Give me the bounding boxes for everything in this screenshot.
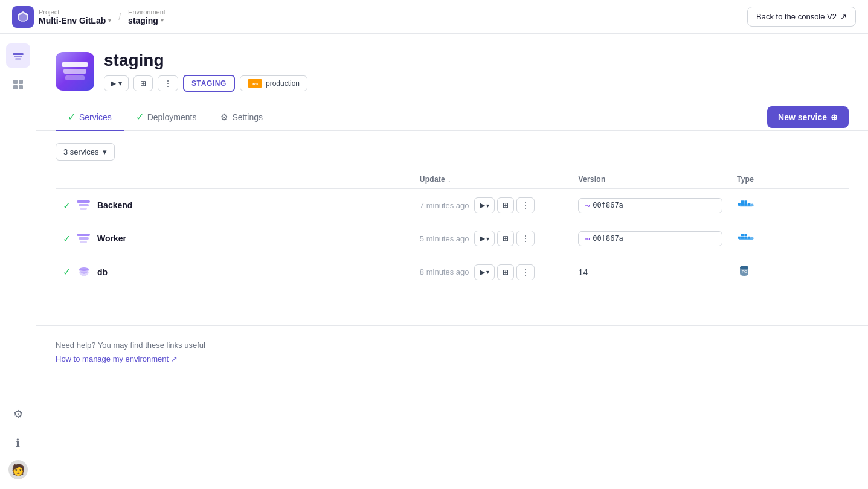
play-button[interactable]: ▶ ▾ [104, 75, 129, 91]
action-group: ▶ ▾ ⊞ ⋮ [474, 231, 535, 246]
deploy-action-button[interactable]: ⊞ [497, 231, 514, 246]
deploy-icon: ⊞ [140, 79, 146, 88]
service-status-icon: ✓ [63, 200, 71, 211]
nav-project: Project Multi-Env GitLab ▾ [39, 8, 111, 25]
ellipsis-icon: ⋮ [522, 234, 529, 243]
run-icon: ▶ [480, 234, 485, 243]
service-name: Worker [97, 234, 126, 243]
env-badges: ▶ ▾ ⊞ ⋮ STAGING aws production [104, 75, 307, 92]
sidebar-icon-grid[interactable] [6, 72, 30, 97]
update-time: 5 minutes ago [420, 234, 469, 243]
more-action-button[interactable]: ⋮ [516, 231, 535, 246]
tab-settings-label: Settings [232, 112, 263, 122]
run-icon: ▶ [480, 268, 485, 276]
sidebar-info-icon[interactable]: ℹ [6, 431, 30, 455]
manage-env-label: How to manage my environment [56, 354, 169, 363]
run-button[interactable]: ▶ ▾ [474, 231, 495, 246]
ellipsis-icon: ⋮ [522, 268, 529, 276]
tab-deployments-label: Deployments [147, 112, 197, 122]
back-button-label: Back to the console V2 [756, 12, 837, 21]
env-chevron-icon[interactable]: ▾ [161, 17, 164, 24]
update-time: 7 minutes ago [420, 201, 469, 210]
tab-services[interactable]: ✓ Services [56, 104, 124, 131]
version-value: 00f867a [593, 201, 623, 209]
version-number: 14 [578, 267, 588, 277]
manage-env-link[interactable]: How to manage my environment ↗ [56, 354, 849, 363]
services-table: Update ↓ Version Type ✓ [56, 170, 849, 289]
more-options-button[interactable]: ⋮ [158, 75, 178, 91]
nav-separator: / [118, 12, 121, 22]
table-row: ✓ Worker 5 minutes ago ▶ ▾ ⊞ [56, 222, 849, 255]
run-button[interactable]: ▶ ▾ [474, 264, 495, 280]
svg-rect-2 [13, 53, 24, 55]
svg-rect-12 [741, 200, 744, 203]
svg-rect-7 [13, 85, 18, 89]
col-type: Type [730, 170, 849, 189]
svg-rect-18 [741, 234, 744, 236]
run-chevron-icon: ▾ [486, 235, 489, 242]
sidebar-icon-layers[interactable] [6, 43, 30, 68]
svg-rect-5 [13, 80, 18, 84]
tab-settings[interactable]: ⚙ Settings [208, 104, 275, 131]
service-name: db [97, 267, 108, 277]
tab-services-label: Services [79, 112, 112, 122]
tab-deployments[interactable]: ✓ Deployments [124, 104, 209, 131]
svg-rect-6 [19, 80, 23, 84]
sidebar: ⚙ ℹ 🧑 [0, 34, 36, 489]
service-status-icon: ✓ [63, 266, 71, 278]
env-label: Environment [128, 8, 166, 16]
run-button[interactable]: ▶ ▾ [474, 197, 495, 213]
top-nav-left: Project Multi-Env GitLab ▾ / Environment… [12, 6, 166, 28]
ellipsis-icon: ⋮ [164, 79, 172, 88]
top-nav: Project Multi-Env GitLab ▾ / Environment… [0, 0, 868, 34]
deploy-action-button[interactable]: ⊞ [497, 264, 514, 280]
services-filter-row: 3 services ▾ [56, 143, 849, 161]
deploy-icon: ⊞ [503, 268, 509, 276]
staging-badge: STAGING [183, 75, 235, 92]
filter-chevron-icon: ▾ [103, 147, 107, 156]
layers-icon [77, 199, 91, 211]
deploy-icon: ⊞ [503, 201, 509, 209]
deployments-check-icon: ✓ [136, 111, 144, 123]
col-update: Update ↓ [413, 170, 571, 189]
more-action-button[interactable]: ⋮ [516, 264, 535, 280]
version-value: 00f867a [593, 234, 623, 243]
run-chevron-icon: ▾ [486, 202, 489, 209]
svg-rect-4 [15, 58, 21, 60]
col-version: Version [571, 170, 730, 189]
env-name-title: staging [104, 51, 307, 70]
services-filter-button[interactable]: 3 services ▾ [56, 143, 115, 161]
external-link-icon: ↗ [840, 12, 847, 21]
plus-icon: ⊕ [831, 112, 838, 122]
help-text: Need help? You may find these links usef… [56, 340, 849, 350]
production-badge[interactable]: aws production [240, 75, 307, 91]
external-link-icon: ↗ [171, 354, 178, 363]
avatar[interactable]: 🧑 [8, 460, 28, 479]
new-service-button[interactable]: New service ⊕ [767, 106, 849, 128]
service-name-cell: ✓ Worker [63, 232, 405, 245]
svg-rect-8 [19, 85, 23, 89]
more-action-button[interactable]: ⋮ [516, 197, 535, 213]
git-icon: ⊸ [585, 201, 590, 210]
deploy-button[interactable]: ⊞ [133, 75, 153, 91]
services-area: 3 services ▾ Update ↓ Version [36, 131, 868, 301]
run-chevron-icon: ▾ [486, 269, 489, 275]
new-service-label: New service [778, 112, 827, 122]
back-to-console-button[interactable]: Back to the console V2 ↗ [747, 7, 856, 27]
version-badge: ⊸ 00f867a [578, 198, 722, 213]
env-stack-layer-3 [65, 75, 85, 80]
footer-help: Need help? You may find these links usef… [36, 325, 868, 378]
svg-text:PG: PG [742, 270, 747, 273]
service-name: Backend [97, 200, 132, 210]
project-chevron-icon[interactable]: ▾ [108, 17, 111, 24]
version-badge: ⊸ 00f867a [578, 231, 722, 246]
deploy-action-button[interactable]: ⊞ [497, 197, 514, 213]
db-stack-icon [77, 266, 91, 279]
update-time: 8 minutes ago [420, 267, 469, 276]
action-group: ▶ ▾ ⊞ ⋮ [474, 197, 535, 213]
sidebar-settings-icon[interactable]: ⚙ [6, 402, 30, 426]
env-stack-layer-2 [63, 69, 86, 74]
service-status-icon: ✓ [63, 233, 71, 245]
table-row: ✓ Backend 7 minutes ago ▶ ▾ ⊞ [56, 189, 849, 222]
col-name [56, 170, 413, 189]
